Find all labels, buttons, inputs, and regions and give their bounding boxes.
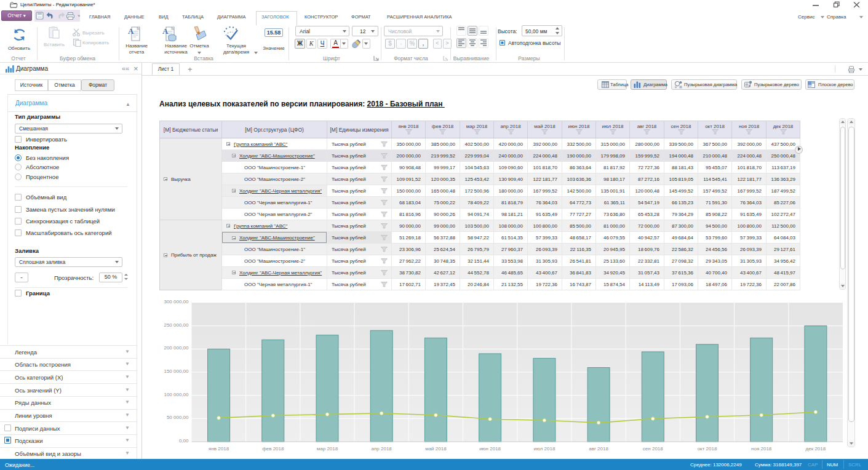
svg-text:янв 2018: янв 2018 bbox=[209, 446, 229, 452]
svg-text:май 2018: май 2018 bbox=[425, 446, 447, 452]
svg-text:150 000,00: 150 000,00 bbox=[164, 368, 189, 374]
svg-text:A: A bbox=[128, 26, 134, 36]
svg-text:июн 2018: июн 2018 bbox=[479, 446, 501, 452]
svg-text:авг 2018: авг 2018 bbox=[589, 446, 608, 452]
svg-text:50 000,00: 50 000,00 bbox=[167, 415, 189, 420]
svg-text:апр 2018: апр 2018 bbox=[372, 446, 392, 452]
svg-text:A: A bbox=[162, 26, 169, 36]
svg-text:250 000,00: 250 000,00 bbox=[164, 322, 189, 328]
svg-text:июл 2018: июл 2018 bbox=[533, 446, 555, 452]
svg-text:100 000,00: 100 000,00 bbox=[164, 392, 189, 397]
svg-text:фев 2018: фев 2018 bbox=[262, 446, 284, 452]
svg-text:0,00: 0,00 bbox=[179, 438, 189, 444]
svg-text:мар 2018: мар 2018 bbox=[317, 446, 338, 452]
svg-text:сен 2018: сен 2018 bbox=[643, 446, 663, 452]
svg-text:300 000,00: 300 000,00 bbox=[164, 299, 189, 305]
svg-text:ноя 2018: ноя 2018 bbox=[751, 446, 772, 452]
svg-text:дек 2018: дек 2018 bbox=[806, 446, 826, 452]
svg-text:окт 2018: окт 2018 bbox=[698, 446, 717, 452]
svg-text:200 000,00: 200 000,00 bbox=[164, 345, 189, 351]
